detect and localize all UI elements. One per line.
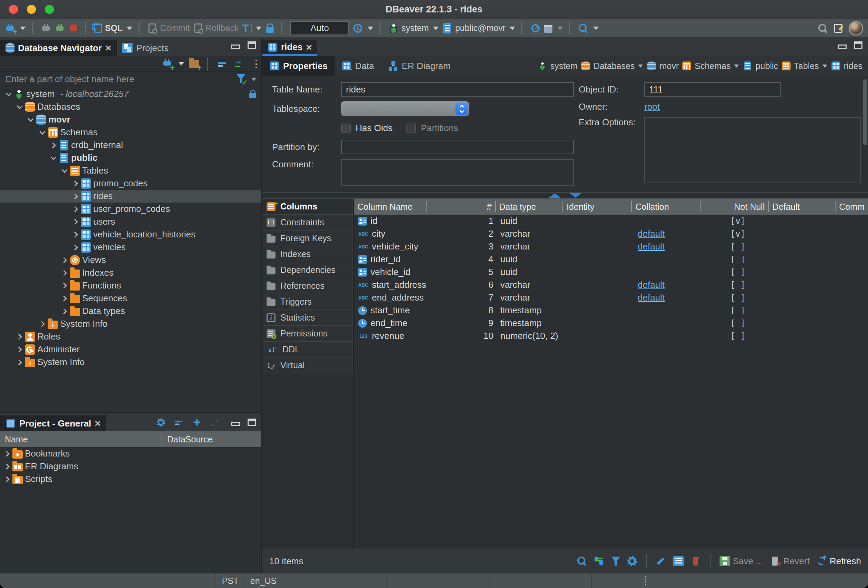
table-row[interactable]: start_time 8 timestamp [ ]	[354, 304, 868, 317]
disconnect-button[interactable]	[68, 23, 79, 34]
collapse-all-icon[interactable]	[217, 59, 227, 69]
tree-item-scripts[interactable]: Scripts	[0, 473, 261, 485]
collation-link[interactable]: default	[638, 292, 665, 303]
tree-item-indexes[interactable]: Indexes	[0, 267, 261, 279]
table-row[interactable]: ABCstart_address 6 varchar default [ ]	[354, 279, 868, 291]
commit-button[interactable]: Commit	[148, 23, 190, 33]
table-row[interactable]: 123revenue 10 numeric(10, 2) [ ]	[354, 330, 868, 342]
chevron-right-icon[interactable]	[59, 267, 70, 279]
column-header[interactable]: #	[427, 201, 496, 212]
chevron-right-icon[interactable]	[59, 305, 70, 317]
column-header[interactable]: Comm	[836, 201, 868, 212]
collapse-all-icon[interactable]	[174, 418, 183, 427]
lock-button[interactable]	[265, 23, 275, 34]
form-splitter[interactable]	[263, 192, 868, 199]
column-header[interactable]: Data type	[496, 201, 563, 212]
transaction-mode-button[interactable]: T	[242, 23, 261, 34]
chevron-down-icon[interactable]	[3, 88, 14, 100]
revert-button[interactable]: Revert	[770, 556, 810, 567]
partition-by-input[interactable]	[341, 140, 574, 154]
new-connection-caret[interactable]	[179, 62, 184, 66]
not-null-checkbox[interactable]: [ ]	[730, 318, 745, 328]
vtab-indexes[interactable]: Indexes	[263, 246, 353, 262]
tree-item-vehicles[interactable]: vehicles	[0, 241, 261, 253]
breadcrumb-public[interactable]: public	[743, 61, 778, 71]
chevron-right-icon[interactable]	[15, 356, 25, 368]
tree-item-movr[interactable]: movr	[0, 113, 261, 126]
has-oids-checkbox[interactable]	[341, 124, 351, 133]
tree-item-functions[interactable]: Functions	[0, 279, 261, 292]
link-with-editor-icon[interactable]: →←	[210, 417, 223, 428]
active-connection-combo[interactable]: system	[388, 23, 438, 34]
refresh-button[interactable]: Refresh	[816, 556, 861, 567]
form-scrollbar[interactable]	[863, 80, 867, 145]
chevron-down-icon[interactable]	[37, 126, 48, 139]
vtab-statistics[interactable]: Statistics	[263, 309, 353, 326]
vtab-triggers[interactable]: Triggers	[263, 294, 353, 310]
chevron-right-icon[interactable]	[71, 190, 81, 203]
close-icon[interactable]: ×	[94, 418, 101, 429]
breadcrumb-movr[interactable]: movr	[647, 61, 679, 71]
column-header[interactable]: Not Null	[701, 201, 769, 212]
tree-item-tables[interactable]: Tables	[0, 164, 261, 177]
search-dropdown[interactable]	[593, 27, 599, 30]
chevron-right-icon[interactable]	[71, 177, 81, 190]
chevron-right-icon[interactable]	[2, 473, 12, 485]
transaction-dropdown[interactable]	[256, 27, 261, 30]
maximize-editor-icon[interactable]	[854, 41, 862, 49]
filter-caret[interactable]	[251, 78, 257, 81]
not-null-checkbox[interactable]: [ ]	[730, 255, 745, 264]
column-header[interactable]: Identity	[563, 201, 632, 212]
caret-down-icon[interactable]	[638, 65, 643, 68]
edit-pencil-icon[interactable]	[656, 556, 666, 566]
filter-settings-button[interactable]: ✓	[236, 74, 245, 84]
new-connection-button[interactable]	[5, 23, 15, 34]
tree-item-schemas[interactable]: Schemas	[0, 126, 261, 139]
collation-link[interactable]: default	[638, 280, 665, 290]
compare-icon[interactable]	[594, 556, 604, 566]
not-null-checkbox[interactable]: [v]	[730, 217, 745, 226]
chevron-right-icon[interactable]	[59, 279, 70, 292]
new-folder-button[interactable]	[189, 58, 199, 69]
caret-down-icon[interactable]	[822, 65, 827, 68]
chevron-down-icon[interactable]	[48, 152, 59, 164]
tree-item-public[interactable]: public	[0, 152, 261, 164]
sql-dropdown[interactable]	[127, 27, 132, 30]
table-row[interactable]: end_time 9 timestamp [ ]	[354, 317, 868, 330]
owner-link[interactable]: root	[644, 102, 660, 112]
not-null-checkbox[interactable]: [ ]	[730, 293, 745, 303]
link-with-editor-icon[interactable]: →←	[232, 58, 246, 69]
not-null-checkbox[interactable]: [ ]	[730, 306, 745, 315]
breadcrumb-schemas[interactable]: Schemas	[682, 61, 740, 71]
tree-item-promo-codes[interactable]: promo_codes	[0, 177, 261, 190]
not-null-checkbox[interactable]: [ ]	[730, 267, 745, 277]
maximize-panel-icon[interactable]	[248, 419, 256, 426]
chevron-right-icon[interactable]	[71, 215, 81, 228]
close-icon[interactable]: ×	[105, 43, 112, 53]
commit-mode-combo[interactable]: Auto	[290, 21, 349, 35]
tab-project-general[interactable]: Project - General ×	[0, 416, 106, 431]
chevron-right-icon[interactable]	[37, 317, 48, 330]
tablespace-select[interactable]	[341, 102, 469, 116]
column-header[interactable]: Default	[769, 201, 836, 212]
tree-item-er-diagrams[interactable]: ER Diagrams	[0, 460, 261, 473]
splitter-down-icon[interactable]	[570, 193, 582, 198]
object-id-input[interactable]: 111	[644, 82, 781, 97]
table-row[interactable]: rider_id 4 uuid [ ]	[354, 253, 868, 266]
vtab-constraints[interactable]: Constraints	[263, 214, 353, 230]
sql-editor-button[interactable]: SQL	[94, 23, 132, 33]
tree-item-vehicle-location-histories[interactable]: vehicle_location_histories	[0, 228, 261, 241]
table-row[interactable]: ABCend_address 7 varchar default [ ]	[354, 291, 868, 304]
tree-item-bookmarks[interactable]: Bookmarks	[0, 447, 261, 460]
status-drag-handle[interactable]	[645, 576, 647, 585]
breadcrumb-rides[interactable]: rides	[831, 61, 862, 71]
transaction-log-dropdown[interactable]	[368, 27, 373, 30]
tree-item-users[interactable]: users	[0, 215, 261, 228]
table-row[interactable]: id 1 uuid [v]	[354, 215, 868, 227]
tree-item-crdb-internal[interactable]: crdb_internal	[0, 139, 261, 152]
breadcrumb-tables[interactable]: Tables	[781, 61, 828, 71]
search-icon[interactable]	[577, 556, 587, 566]
tab-data[interactable]: ‹› Data	[335, 56, 381, 76]
vtab-ddl[interactable]: ‹›T DDL	[263, 341, 353, 358]
breadcrumb-databases[interactable]: Databases	[580, 61, 644, 71]
